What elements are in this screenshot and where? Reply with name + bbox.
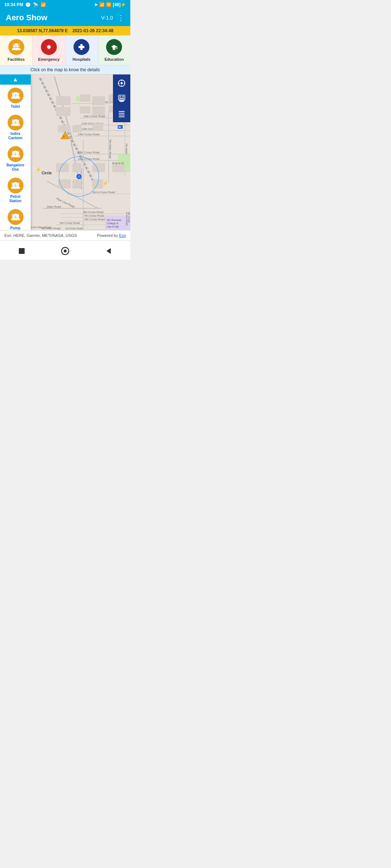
status-left: 10:34 PM 🕐 📡 📶	[4, 2, 46, 7]
hospitals-label: Hospitals	[72, 57, 91, 61]
hospitals-icon	[73, 39, 89, 55]
education-label: Education	[105, 57, 124, 61]
svg-text:8th Cross Road: 8th Cross Road	[83, 210, 104, 214]
svg-text:⚡: ⚡	[35, 167, 42, 173]
svg-point-83	[77, 175, 80, 178]
attribution-right: Powered by Esri	[97, 233, 126, 238]
svg-rect-74	[72, 179, 81, 188]
sidebar: ▲ Toilet	[0, 75, 31, 230]
svg-text:1st Cross Road: 1st Cross Road	[65, 227, 83, 230]
svg-text:Circle: Circle	[42, 171, 52, 175]
svg-point-9	[47, 45, 51, 49]
esri-link[interactable]: Esri	[119, 233, 126, 238]
sidebar-item-bangalore-one[interactable]: BangaloreOne	[0, 143, 31, 175]
petrol-station-label: PetrolStation	[9, 195, 22, 203]
sidebar-item-indira-canteen[interactable]: IndiraCanteen	[0, 112, 31, 143]
svg-text:Croos Road: Croos Road	[126, 212, 128, 225]
svg-rect-69	[56, 163, 69, 172]
time-display: 10:34 PM	[4, 2, 23, 7]
svg-rect-58	[56, 96, 71, 105]
map-container[interactable]: 7th Cross Ro... 10th Cross Road 11th Cro…	[0, 75, 130, 230]
category-education[interactable]: Education	[98, 35, 130, 65]
svg-rect-70	[72, 163, 81, 172]
svg-rect-2	[16, 46, 18, 47]
bangalore-one-label: BangaloreOne	[7, 163, 24, 172]
nav-stop-button[interactable]	[15, 244, 28, 258]
sidebar-item-petrol-station[interactable]: PetrolStation	[0, 175, 31, 206]
sidebar-scroll-up[interactable]: ▲	[0, 75, 31, 85]
svg-text:6th Cross Road: 6th Cross Road	[85, 218, 105, 221]
svg-rect-131	[11, 218, 20, 220]
sidebar-item-pump-station[interactable]: PumpStation	[0, 206, 31, 230]
svg-rect-5	[15, 43, 18, 46]
education-icon	[106, 39, 122, 55]
alarm-icon: 🕐	[25, 2, 31, 7]
category-row: Facilities Emergency Hospitals	[0, 35, 130, 65]
bottom-nav	[0, 241, 130, 260]
attribution-left: Esri, HERE, Garmin, METI/NASA, USGS	[4, 233, 77, 238]
gps-bar: 13.036587 N,77.564879 E 2021-01-26 22:34…	[0, 26, 130, 35]
nav-home-button[interactable]	[59, 244, 72, 258]
svg-rect-71	[92, 163, 105, 172]
location-icon: ➤	[94, 2, 98, 7]
svg-rect-14	[117, 46, 117, 49]
svg-rect-102	[14, 92, 17, 94]
indira-canteen-label: IndiraCanteen	[8, 132, 22, 140]
svg-rect-103	[11, 97, 20, 99]
svg-rect-153	[119, 96, 121, 98]
emergency-label: Emergency	[38, 57, 59, 61]
svg-text:Main Road: Main Road	[47, 205, 61, 208]
app-header: Aero Show V-1.0 ⋮	[0, 9, 130, 26]
svg-text:5th Cross Road: 5th Cross Road	[60, 221, 80, 225]
svg-rect-75	[92, 179, 103, 188]
svg-rect-124	[11, 187, 20, 189]
svg-text:13th Cross Road: 13th Cross Road	[78, 133, 100, 136]
svg-rect-63	[80, 106, 91, 114]
svg-rect-6	[12, 48, 21, 50]
locate-me-button[interactable]	[114, 76, 129, 90]
broadcast-icon: 📶	[41, 2, 46, 7]
svg-rect-130	[14, 214, 17, 216]
pump-station-icon	[8, 209, 24, 225]
svg-rect-62	[56, 107, 71, 116]
pump-station-label: PumpStation	[9, 226, 22, 230]
svg-rect-162	[19, 248, 25, 254]
gps-coords: 13.036587 N,77.564879 E	[17, 28, 68, 33]
svg-rect-117	[11, 156, 20, 157]
svg-text:🚻: 🚻	[118, 125, 121, 129]
svg-rect-123	[14, 182, 17, 184]
app-title: Aero Show	[6, 13, 47, 22]
nav-back-button[interactable]	[102, 244, 115, 258]
svg-rect-155	[119, 98, 124, 99]
svg-text:15th Cross Road: 15th Cross Road	[78, 151, 100, 154]
svg-text:11th Main Road: 11th Main Road	[31, 226, 51, 229]
svg-rect-110	[11, 124, 20, 126]
svg-rect-64	[92, 106, 105, 115]
svg-rect-66	[58, 125, 71, 132]
header-right: V-1.0 ⋮	[101, 13, 125, 22]
list-button[interactable]	[114, 106, 129, 121]
sidebar-item-toilet[interactable]: Toilet	[0, 85, 31, 112]
svg-rect-1	[13, 46, 16, 47]
gps-datetime: 2021-01-26 22:34:48	[72, 28, 113, 33]
svg-rect-154	[122, 96, 124, 98]
svg-rect-116	[14, 151, 17, 153]
svg-rect-59	[80, 94, 91, 102]
svg-rect-12	[79, 46, 84, 48]
svg-text:R M V Cl: R M V Cl	[112, 162, 124, 165]
map-attribution: Esri, HERE, Garmin, METI/NASA, USGS Powe…	[0, 230, 130, 241]
layers-button[interactable]	[114, 91, 129, 106]
svg-text:College of: College of	[107, 222, 118, 225]
svg-rect-67	[72, 125, 81, 132]
category-hospitals[interactable]: Hospitals	[66, 35, 98, 65]
menu-button[interactable]: ⋮	[117, 13, 125, 22]
bangalore-one-icon	[8, 146, 24, 162]
indira-canteen-icon	[8, 115, 24, 131]
svg-text:3rd A Cross Road: 3rd A Cross Road	[92, 191, 115, 194]
status-bar: 10:34 PM 🕐 📡 📶 ➤ 📶 🛜 [48]⚡	[0, 0, 130, 9]
svg-text:!: !	[63, 135, 64, 139]
svg-rect-109	[14, 119, 17, 121]
category-facilities[interactable]: Facilities	[0, 35, 33, 65]
category-emergency[interactable]: Emergency	[33, 35, 65, 65]
version-label: V-1.0	[101, 15, 113, 21]
